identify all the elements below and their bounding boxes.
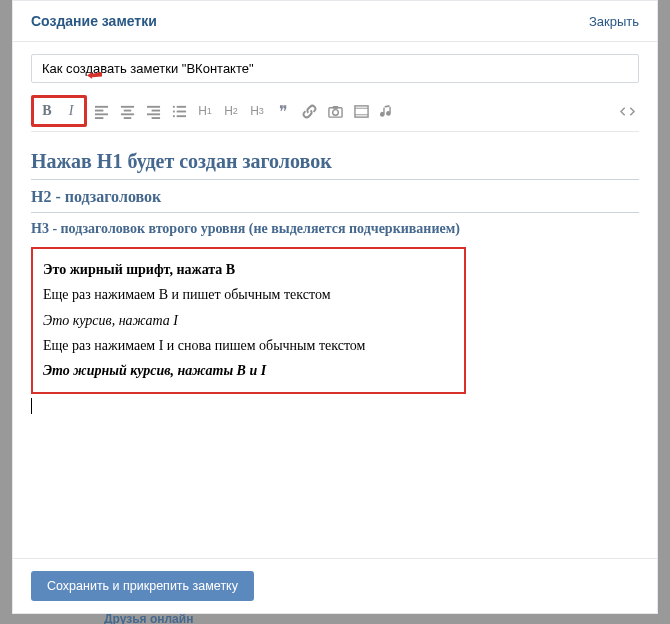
- h2-button[interactable]: H2: [219, 99, 243, 123]
- svg-rect-13: [172, 105, 174, 107]
- video-icon: [354, 104, 369, 119]
- svg-rect-16: [176, 110, 185, 112]
- h1-example: Нажав Н1 будет создан заголовок: [31, 150, 639, 180]
- audio-button[interactable]: [375, 99, 399, 123]
- svg-rect-20: [332, 105, 338, 108]
- modal-title: Создание заметки: [31, 13, 157, 29]
- link-icon: [302, 104, 317, 119]
- bold-italic-highlight-box: B I: [31, 95, 87, 127]
- list-icon: [172, 104, 187, 119]
- photo-button[interactable]: [323, 99, 347, 123]
- svg-rect-11: [146, 113, 159, 115]
- svg-rect-4: [94, 117, 102, 119]
- code-icon: [620, 104, 635, 119]
- align-left-button[interactable]: [89, 99, 113, 123]
- svg-point-21: [332, 109, 338, 115]
- svg-rect-17: [172, 115, 174, 117]
- modal-body: B I H1 H2 H3 ❞: [13, 42, 657, 558]
- svg-rect-6: [123, 109, 131, 111]
- h3-button[interactable]: H3: [245, 99, 269, 123]
- svg-rect-3: [94, 113, 107, 115]
- quote-button[interactable]: ❞: [271, 99, 295, 123]
- h1-button[interactable]: H1: [193, 99, 217, 123]
- align-left-icon: [94, 104, 109, 119]
- svg-rect-10: [151, 109, 159, 111]
- save-button[interactable]: Сохранить и прикрепить заметку: [31, 571, 254, 601]
- svg-rect-23: [354, 107, 367, 108]
- h2-example: Н2 - подзаголовок: [31, 188, 639, 213]
- bold-button[interactable]: B: [35, 99, 59, 123]
- bold-example: Это жирный шрифт, нажата В: [43, 260, 454, 280]
- normal-after-bold: Еще раз нажимаем В и пишет обычным текст…: [43, 285, 454, 305]
- svg-rect-8: [123, 117, 131, 119]
- align-center-icon: [120, 104, 135, 119]
- modal-header: Создание заметки Закрыть: [13, 1, 657, 42]
- svg-rect-22: [354, 105, 367, 116]
- text-cursor: [31, 398, 32, 414]
- svg-rect-12: [151, 117, 159, 119]
- svg-rect-14: [176, 105, 185, 107]
- svg-rect-24: [354, 114, 367, 115]
- formatting-examples-box: Это жирный шрифт, нажата В Еще раз нажим…: [31, 247, 466, 394]
- link-button[interactable]: [297, 99, 321, 123]
- note-modal: Создание заметки Закрыть B I: [12, 0, 658, 614]
- svg-rect-15: [172, 110, 174, 112]
- normal-after-italic: Еще раз нажимаем I и снова пишем обычным…: [43, 336, 454, 356]
- svg-rect-5: [120, 105, 133, 107]
- video-button[interactable]: [349, 99, 373, 123]
- note-title-input[interactable]: [31, 54, 639, 83]
- svg-rect-18: [176, 115, 185, 117]
- h3-example: Н3 - подзаголовок второго уровня (не выд…: [31, 221, 639, 237]
- align-center-button[interactable]: [115, 99, 139, 123]
- italic-button[interactable]: I: [59, 99, 83, 123]
- camera-icon: [328, 104, 343, 119]
- list-button[interactable]: [167, 99, 191, 123]
- align-right-icon: [146, 104, 161, 119]
- italic-example: Это курсив, нажата I: [43, 311, 454, 331]
- modal-footer: Сохранить и прикрепить заметку: [13, 558, 657, 613]
- svg-rect-1: [94, 105, 107, 107]
- svg-rect-2: [94, 109, 102, 111]
- align-right-button[interactable]: [141, 99, 165, 123]
- editor-content[interactable]: Нажав Н1 будет создан заголовок Н2 - под…: [31, 150, 639, 546]
- svg-rect-9: [146, 105, 159, 107]
- audio-icon: [380, 104, 395, 119]
- close-button[interactable]: Закрыть: [589, 14, 639, 29]
- svg-rect-7: [120, 113, 133, 115]
- editor-toolbar: B I H1 H2 H3 ❞: [31, 91, 639, 132]
- html-button[interactable]: [615, 99, 639, 123]
- bold-italic-example: Это жирный курсив, нажаты В и I: [43, 361, 454, 381]
